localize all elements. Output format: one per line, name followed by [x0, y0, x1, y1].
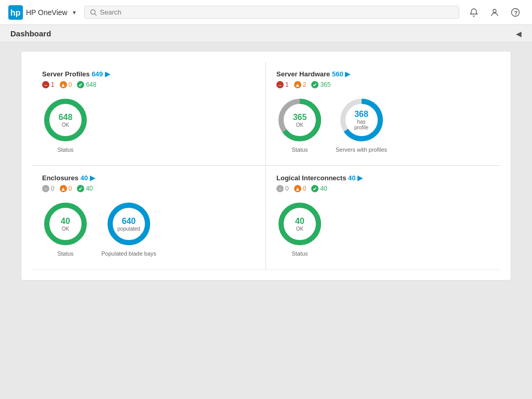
panel-link-server-hardware[interactable]: 560 ▶ — [332, 70, 350, 78]
badge-icon-error: – — [42, 81, 49, 88]
donut-center-enc-status: 40 OK — [61, 217, 70, 232]
svg-point-2 — [90, 9, 95, 14]
badge-icon-ok: ✔ — [311, 185, 318, 192]
badge-warning-enclosures: ▲0 — [60, 185, 72, 192]
badges-server-profiles: –1▲0✔648 — [42, 81, 255, 88]
donut-center-sh-status: 365 OK — [293, 113, 307, 128]
donut-sub-sh-status: OK — [293, 122, 307, 127]
donut-number-sp-status: 648 — [59, 113, 73, 122]
badge-warning-server-profiles: ▲0 — [60, 81, 72, 88]
badge-warning-server-hardware: ▲2 — [294, 81, 307, 88]
badge-unknown-logical-interconnects: ○0 — [276, 185, 289, 192]
chart-label-enc-bays: Populated blade bays — [101, 250, 156, 257]
badge-count-warning: 0 — [69, 81, 72, 88]
badge-count-ok: 40 — [86, 185, 92, 192]
panel-link-enclosures[interactable]: 40 ▶ — [81, 174, 95, 182]
donut-container-li-status: 40 OK — [276, 201, 323, 247]
badge-count-unknown: 0 — [285, 185, 289, 192]
badge-icon-warning: ▲ — [60, 81, 67, 88]
panel-title-logical-interconnects: Logical Interconnects 40 ▶ — [276, 174, 490, 182]
badge-icon-unknown: ○ — [42, 185, 49, 192]
svg-point-4 — [493, 9, 496, 12]
badge-icon-ok: ✔ — [77, 185, 84, 192]
search-icon — [90, 9, 97, 16]
donut-sub-sh-profiles: has profile — [350, 119, 373, 130]
donut-sub-sp-status: OK — [59, 122, 73, 127]
panel-server-profiles: Server Profiles 649 ▶–1▲0✔648 648 OK Sta… — [32, 62, 266, 166]
badge-unknown-enclosures: ○0 — [42, 185, 55, 192]
dashboard-title: Dashboard — [10, 29, 51, 38]
donut-sub-enc-status: OK — [61, 225, 70, 231]
panel-title-server-profiles: Server Profiles 649 ▶ — [42, 70, 255, 78]
badge-count-unknown: 0 — [51, 185, 55, 192]
donut-center-sp-status: 648 OK — [59, 113, 73, 128]
topnav: hp HP OneView ▾ ? — [0, 0, 532, 25]
bell-icon — [469, 8, 478, 17]
badge-count-error: 1 — [51, 81, 55, 88]
badges-enclosures: ○0▲0✔40 — [42, 185, 255, 192]
badge-ok-server-hardware: ✔365 — [311, 81, 330, 88]
badge-icon-ok: ✔ — [77, 81, 84, 88]
search-input[interactable] — [100, 8, 454, 16]
badge-ok-logical-interconnects: ✔40 — [311, 185, 327, 192]
charts-logical-interconnects: 40 OK Status — [276, 201, 490, 257]
badge-icon-unknown: ○ — [276, 185, 284, 192]
user-icon — [490, 8, 499, 17]
donut-sub-enc-bays: populated — [117, 225, 140, 231]
panel-logical-interconnects: Logical Interconnects 40 ▶○0▲0✔40 40 OK … — [266, 166, 500, 270]
badge-icon-warning: ▲ — [294, 185, 301, 192]
badge-count-warning: 0 — [69, 185, 72, 192]
svg-text:hp: hp — [10, 8, 21, 17]
user-button[interactable] — [486, 4, 503, 21]
chart-label-sh-profiles: Servers with profiles — [336, 147, 387, 153]
badge-error-server-profiles: –1 — [42, 81, 55, 88]
app-logo-area: hp HP OneView ▾ — [8, 5, 78, 20]
panel-link-logical-interconnects[interactable]: 40 ▶ — [348, 174, 363, 182]
badge-count-ok: 648 — [86, 81, 96, 88]
chart-label-sp-status: Status — [57, 147, 73, 153]
topnav-icons: ? — [466, 4, 524, 21]
badge-count-ok: 40 — [320, 185, 327, 192]
chart-sh-status: 365 OK Status — [276, 97, 323, 153]
collapse-dashboard-button[interactable]: ◀ — [516, 30, 522, 38]
chart-li-status: 40 OK Status — [276, 201, 323, 257]
panel-enclosures: Enclosures 40 ▶○0▲0✔40 40 OK Status 640 … — [32, 166, 266, 270]
panel-server-hardware: Server Hardware 560 ▶–1▲2✔365 365 OK Sta… — [266, 62, 500, 166]
badges-server-hardware: –1▲2✔365 — [276, 81, 490, 88]
panel-link-server-profiles[interactable]: 649 ▶ — [91, 70, 110, 78]
badge-ok-enclosures: ✔40 — [77, 185, 92, 192]
donut-sub-li-status: OK — [295, 225, 304, 231]
hp-logo-icon: hp — [8, 5, 23, 20]
panel-title-server-hardware: Server Hardware 560 ▶ — [276, 70, 490, 78]
app-dropdown-button[interactable]: ▾ — [71, 8, 78, 17]
dashboard-grid: Server Profiles 649 ▶–1▲0✔648 648 OK Sta… — [32, 62, 500, 270]
badge-warning-logical-interconnects: ▲0 — [294, 185, 307, 192]
badge-count-warning: 0 — [303, 185, 307, 192]
badge-icon-warning: ▲ — [294, 81, 301, 88]
donut-container-sp-status: 648 OK — [42, 97, 89, 143]
donut-center-enc-bays: 640 populated — [117, 217, 140, 232]
app-name-label: HP OneView — [26, 8, 68, 17]
badge-count-error: 1 — [285, 81, 289, 88]
donut-number-sh-profiles: 368 — [350, 110, 373, 119]
donut-container-enc-bays: 640 populated — [105, 201, 152, 247]
charts-server-profiles: 648 OK Status — [42, 97, 255, 153]
chart-label-sh-status: Status — [291, 147, 308, 153]
help-button[interactable]: ? — [507, 4, 524, 21]
charts-server-hardware: 365 OK Status 368 has profile Servers wi… — [276, 97, 490, 153]
donut-container-sh-profiles: 368 has profile — [338, 97, 385, 143]
dashboard-content: Server Profiles 649 ▶–1▲0✔648 648 OK Sta… — [21, 51, 511, 281]
notifications-button[interactable] — [466, 4, 482, 21]
chart-label-li-status: Status — [291, 250, 308, 257]
chart-enc-status: 40 OK Status — [42, 201, 89, 257]
chart-sh-profiles: 368 has profile Servers with profiles — [336, 97, 387, 153]
svg-line-3 — [95, 14, 96, 15]
donut-container-sh-status: 365 OK — [276, 97, 323, 143]
donut-number-enc-bays: 640 — [117, 217, 140, 226]
chart-sp-status: 648 OK Status — [42, 97, 89, 153]
charts-enclosures: 40 OK Status 640 populated Populated bla… — [42, 201, 255, 257]
badge-icon-warning: ▲ — [60, 185, 67, 192]
donut-center-sh-profiles: 368 has profile — [350, 110, 373, 130]
svg-text:?: ? — [514, 9, 518, 16]
badge-icon-error: – — [276, 81, 284, 88]
